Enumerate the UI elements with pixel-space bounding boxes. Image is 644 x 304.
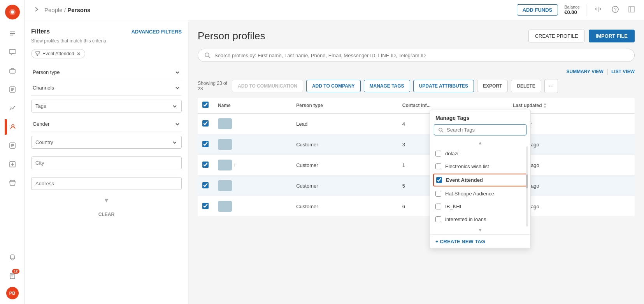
manage-tags-button[interactable]: MANAGE TAGS: [364, 80, 410, 92]
contacts-icon[interactable]: [5, 82, 20, 97]
tag-item-hat-shoppe[interactable]: Hat Shoppe Audience: [430, 187, 530, 200]
shop-icon[interactable]: [5, 175, 20, 191]
tag-checkbox-loans[interactable]: [435, 216, 441, 222]
tag-checkbox-electronics[interactable]: [435, 163, 441, 169]
sidebar-subtitle: Show profiles that match this criteria: [31, 38, 182, 44]
add-to-communication-button[interactable]: ADD TO COMMUNICATION: [232, 80, 303, 92]
resize-icon[interactable]: [627, 5, 636, 16]
avatar: [218, 180, 232, 191]
channels-label: Channels: [33, 85, 54, 91]
svg-text:?: ?: [614, 7, 617, 12]
sidebar-header: Filters ADVANCED FILTERS: [31, 28, 182, 35]
expand-nav-icon[interactable]: [33, 6, 40, 14]
delete-button[interactable]: DELETE: [511, 80, 541, 92]
svg-point-1: [11, 11, 14, 14]
table-row: Customer 3 2 years ago: [198, 134, 635, 155]
advanced-filters-link[interactable]: ADVANCED FILTERS: [131, 29, 182, 35]
person-type-label: Person type: [33, 69, 60, 75]
main-panel: Person profiles CREATE PROFILE IMPORT FI…: [188, 20, 644, 304]
notification-icon[interactable]: [5, 250, 20, 265]
people-icon[interactable]: [5, 119, 20, 135]
chat-icon[interactable]: [5, 44, 20, 60]
top-bar: People / Persons ADD FUNDS Balance €0.00…: [25, 0, 644, 20]
tags-dropdown[interactable]: Tags: [31, 100, 182, 112]
view-toggle-separator: |: [607, 68, 608, 75]
active-filter-tag[interactable]: Event Attended: [31, 49, 85, 58]
country-placeholder: Country: [35, 139, 53, 145]
tag-checkbox-event-attended[interactable]: [436, 177, 442, 183]
track-icon[interactable]: [5, 156, 20, 172]
tag-item-dolazi[interactable]: dolazi: [430, 147, 530, 160]
tag-label-loans: interested in loans: [445, 216, 486, 222]
summary-view-link[interactable]: SUMMARY VIEW: [567, 69, 604, 74]
user-avatar[interactable]: PB: [6, 287, 19, 299]
table-row: i Customer 1 2 years ago: [198, 155, 635, 176]
tag-item-electronics[interactable]: Electronics wish list: [430, 160, 530, 173]
person-type-filter[interactable]: Person type: [31, 65, 182, 80]
create-new-tag-link[interactable]: + CREATE NEW TAG: [430, 234, 530, 248]
gender-filter[interactable]: Gender: [31, 116, 182, 132]
breadcrumb-persons: Persons: [67, 7, 90, 13]
update-attributes-button[interactable]: UPDATE ATTRIBUTES: [413, 80, 474, 92]
help-icon[interactable]: ?: [610, 4, 621, 16]
add-funds-button[interactable]: ADD FUNDS: [517, 4, 558, 16]
icon-bar: 12 PB: [0, 0, 25, 304]
svg-rect-5: [10, 69, 15, 73]
address-input[interactable]: [31, 177, 182, 190]
clear-filters-button[interactable]: CLEAR: [31, 207, 182, 217]
tag-checkbox-hat-shoppe[interactable]: [435, 191, 441, 197]
tag-label-event-attended: Event Attended: [446, 177, 483, 183]
table-row: Customer 6 2 years ago: [198, 196, 635, 217]
list-view-link[interactable]: LIST VIEW: [611, 69, 635, 74]
app-logo[interactable]: [5, 5, 20, 19]
chart-icon[interactable]: [5, 100, 20, 116]
row-person-type: Customer: [291, 155, 398, 176]
import-file-button[interactable]: IMPORT FILE: [589, 30, 635, 42]
row-checkbox[interactable]: [202, 120, 209, 127]
tag-item-ib-khi[interactable]: IB_KHI: [430, 200, 530, 213]
tag-checkbox-dolazi[interactable]: [435, 151, 441, 156]
badge-icon[interactable]: 12: [5, 268, 20, 284]
more-options-button[interactable]: ···: [544, 79, 558, 93]
nav-expand-icon[interactable]: [5, 26, 20, 41]
row-checkbox[interactable]: [202, 141, 209, 147]
gender-label: Gender: [33, 121, 49, 127]
breadcrumb-sep: /: [64, 7, 67, 13]
mute-icon[interactable]: [593, 4, 604, 16]
row-checkbox[interactable]: [202, 162, 209, 168]
briefcase-icon[interactable]: [5, 63, 20, 79]
content-area: Filters ADVANCED FILTERS Show profiles t…: [25, 20, 644, 304]
view-toggle: SUMMARY VIEW | LIST VIEW: [198, 68, 635, 75]
tags-scroll-down[interactable]: ▼: [430, 226, 530, 234]
filters-sidebar: Filters ADVANCED FILTERS Show profiles t…: [25, 20, 188, 304]
row-checkbox[interactable]: [202, 203, 209, 209]
row-person-type: Customer: [291, 176, 398, 196]
row-checkbox[interactable]: [202, 182, 209, 188]
select-all-checkbox[interactable]: [202, 102, 209, 108]
page-title: Person profiles: [198, 30, 265, 42]
tag-checkbox-ib-khi[interactable]: [435, 204, 441, 209]
row-name: [213, 176, 291, 196]
add-to-company-button[interactable]: ADD TO COMPANY: [306, 80, 361, 92]
divider: [586, 4, 586, 16]
search-input[interactable]: [214, 53, 628, 58]
tags-scroll-up[interactable]: ▲: [430, 139, 530, 147]
tag-item-loans[interactable]: interested in loans: [430, 213, 530, 226]
breadcrumb-people[interactable]: People: [44, 7, 63, 13]
table-header-row: Name Person type Contact inf... Last upd…: [198, 98, 635, 113]
channels-filter[interactable]: Channels: [31, 80, 182, 96]
svg-line-28: [209, 56, 210, 58]
country-dropdown[interactable]: Country: [31, 136, 182, 149]
create-profile-button[interactable]: CREATE PROFILE: [528, 30, 585, 42]
tags-search-input[interactable]: [447, 127, 522, 133]
city-input[interactable]: [31, 156, 182, 169]
list-icon[interactable]: [5, 138, 20, 153]
row-checkbox-cell: [198, 113, 213, 134]
export-button[interactable]: EXPORT: [477, 80, 508, 92]
page-header: Person profiles CREATE PROFILE IMPORT FI…: [198, 30, 635, 42]
tags-scrollbar-thumb[interactable]: [526, 174, 528, 188]
avatar: [218, 160, 232, 170]
manage-tags-dropdown: Manage Tags ▲ dolazi Electronics: [430, 110, 531, 249]
tag-item-event-attended[interactable]: Event Attended: [433, 174, 527, 186]
row-person-type: Lead: [291, 113, 398, 134]
